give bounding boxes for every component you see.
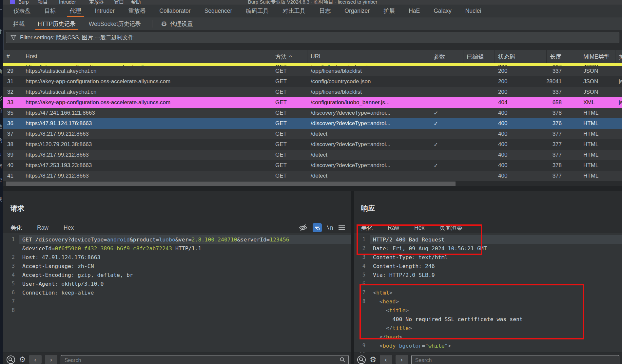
table-row-29[interactable]: 29https://statistical.akeychat.cnGET/app… <box>3 66 622 76</box>
menu-item-1[interactable]: Burp <box>18 0 29 5</box>
main-tab-扩展[interactable]: 扩展 <box>377 5 402 17</box>
main-tab-Galaxy[interactable]: Galaxy <box>427 5 458 17</box>
column-header-长度[interactable]: 长度 <box>547 50 580 63</box>
cell-method: GET <box>272 97 307 108</box>
code-text: Via: HTTP/2.0 SLB.9 <box>370 271 622 279</box>
table-row-39[interactable]: 39https://8.217.99.212:8663GET/detect400… <box>3 150 622 160</box>
horizontal-scrollbar-thumb[interactable] <box>6 182 456 186</box>
request-tab-Hex[interactable]: Hex <box>64 224 74 231</box>
hide-nonprintable-icon[interactable] <box>299 223 308 232</box>
menu-item-6[interactable]: 帮助 <box>131 0 141 5</box>
cell-method: GET <box>272 108 307 118</box>
column-header-扩展[interactable]: 扩展 <box>615 50 622 63</box>
main-tab-对比工具[interactable]: 对比工具 <box>276 5 312 17</box>
table-row-36[interactable]: 36https://47.91.124.176:8663GET/discover… <box>3 118 622 129</box>
cell-length: 376 <box>547 118 580 129</box>
table-row-41[interactable]: 41https://8.217.99.212:8663GET/detect400… <box>3 171 622 181</box>
column-header-URL[interactable]: URL <box>307 50 430 63</box>
main-tab-HaE[interactable]: HaE <box>402 5 427 17</box>
cell-extension <box>615 160 622 171</box>
request-editor[interactable]: 1GET /discovery?deviceType=android&produ… <box>3 233 351 355</box>
response-tab-美化[interactable]: 美化 <box>361 224 373 232</box>
main-tab-Collaborator[interactable]: Collaborator <box>152 5 197 17</box>
main-tab-仪表盘[interactable]: 仪表盘 <box>7 5 38 17</box>
background-glyph: 者 <box>0 163 2 169</box>
cell-extension <box>615 171 622 181</box>
response-tab-页面渲染[interactable]: 页面渲染 <box>439 224 462 232</box>
column-header-已编辑[interactable]: 已编辑 <box>463 50 495 63</box>
search-settings-gear-icon[interactable]: ⚙ <box>19 355 26 364</box>
response-code-line: 2Date: Fri, 09 Aug 2024 10:56:21 GMT <box>354 244 622 253</box>
response-tab-Hex[interactable]: Hex <box>414 224 424 231</box>
cell-url: /detect <box>307 150 430 160</box>
horizontal-scrollbar[interactable] <box>3 181 622 186</box>
column-header-状态码[interactable]: 状态码 <box>495 50 547 63</box>
cell-extension: js <box>615 97 622 108</box>
proxy-settings-button[interactable]: ⚙代理设置 <box>157 17 197 30</box>
main-tab-重放器[interactable]: 重放器 <box>122 5 153 17</box>
menu-item-3[interactable]: Intruder <box>59 0 76 5</box>
request-code-line: 4Accept-Encoding: gzip, deflate, br <box>3 271 351 279</box>
next-match-button[interactable]: › <box>396 355 408 364</box>
request-code-line: 5User-Agent: okhttp/3.10.0 <box>3 279 351 288</box>
newline-toggle-icon[interactable]: \n <box>327 224 333 231</box>
cell-host: https://statistical.akeychat.cn <box>22 87 272 97</box>
request-tab-美化[interactable]: 美化 <box>10 224 22 232</box>
column-header-参数[interactable]: 参数 <box>430 50 463 63</box>
main-tab-日志[interactable]: 日志 <box>312 5 338 17</box>
cell-length: 337 <box>547 66 580 76</box>
proxy-tab-拦截[interactable]: 拦截 <box>7 17 31 30</box>
table-row-31[interactable]: 31https://akey-app-configuration.oss-acc… <box>3 76 622 87</box>
menu-item-4[interactable]: 重放器 <box>89 0 104 5</box>
search-options-icon[interactable] <box>357 355 366 364</box>
sort-ascending-indicator: ^ <box>289 54 292 59</box>
table-row-38[interactable]: 38https://120.79.201.38:8663GET/discover… <box>3 139 622 150</box>
table-row-35[interactable]: 35https://47.241.166.121:8663GET/discove… <box>3 108 622 118</box>
table-row-40[interactable]: 40https://47.253.193.23:8663GET/discover… <box>3 160 622 171</box>
main-tab-Nuclei[interactable]: Nuclei <box>458 5 488 17</box>
next-match-button[interactable]: › <box>45 355 57 364</box>
request-tab-Raw[interactable]: Raw <box>37 224 49 231</box>
column-header-Host[interactable]: Host <box>22 50 272 63</box>
main-tab-Organizer[interactable]: Organizer <box>338 5 377 17</box>
cell-length: 658 <box>547 97 580 108</box>
menu-item-2[interactable]: 项目 <box>38 0 48 5</box>
main-window: Burp项目Intruder重放器窗口帮助 Burp Suite专业版 V202… <box>3 0 622 364</box>
search-options-icon[interactable] <box>6 355 16 364</box>
menu-item-5[interactable]: 窗口 <box>114 0 124 5</box>
proxy-settings-label: 代理设置 <box>170 20 193 28</box>
response-code-line: </title> <box>354 324 622 333</box>
soft-wrap-icon[interactable] <box>313 223 322 232</box>
proxy-tab-WebSocket历史记录[interactable]: WebSocket历史记录 <box>82 17 147 30</box>
main-tab-Intruder[interactable]: Intruder <box>88 5 122 17</box>
proxy-tab-HTTP历史记录[interactable]: HTTP历史记录 <box>31 17 82 30</box>
main-tab-编码工具[interactable]: 编码工具 <box>239 5 276 17</box>
table-row-37[interactable]: 37https://8.217.99.212:8663GET/detect400… <box>3 129 622 139</box>
cell-index: 36 <box>3 118 22 129</box>
table-row-partial[interactable]: https://akey-app-configuration.oss-accel… <box>3 63 622 66</box>
code-text: <head> <box>370 297 622 306</box>
search-magnifier-icon <box>340 357 345 363</box>
prev-match-button[interactable]: ‹ <box>29 355 42 364</box>
main-tab-目标[interactable]: 目标 <box>38 5 63 17</box>
code-text: Accept-Language: zh-CN <box>19 262 351 271</box>
main-tab-Sequencer[interactable]: Sequencer <box>198 5 239 17</box>
response-editor[interactable]: 1HTTP/2 400 Bad Request2Date: Fri, 09 Au… <box>354 233 622 355</box>
column-header-方法[interactable]: 方法^ <box>272 50 307 63</box>
request-response-splitter[interactable] <box>351 191 354 364</box>
column-header-MIME类型[interactable]: MIME类型 <box>580 50 615 63</box>
search-settings-gear-icon[interactable]: ⚙ <box>370 355 377 364</box>
table-row-32[interactable]: 32https://statistical.akeychat.cnGET/app… <box>3 87 622 97</box>
search-input[interactable]: Search <box>61 355 349 364</box>
response-tab-Raw[interactable]: Raw <box>388 224 399 231</box>
filter-settings-bar[interactable]: Filter settings: 隐藏CSS, 图片,一般二进制文件 <box>6 32 619 43</box>
main-tab-代理[interactable]: 代理 <box>63 5 88 17</box>
prev-match-button[interactable]: ‹ <box>380 355 392 364</box>
column-header-#[interactable]: # <box>3 50 22 63</box>
search-input[interactable]: Search <box>411 355 619 364</box>
cell-status: 400 <box>495 129 547 139</box>
panel-splitter[interactable] <box>3 186 622 191</box>
editor-menu-icon[interactable] <box>338 225 345 231</box>
table-row-33[interactable]: 33https://akey-app-configuration.oss-acc… <box>3 97 622 108</box>
cell-extension <box>615 129 622 139</box>
